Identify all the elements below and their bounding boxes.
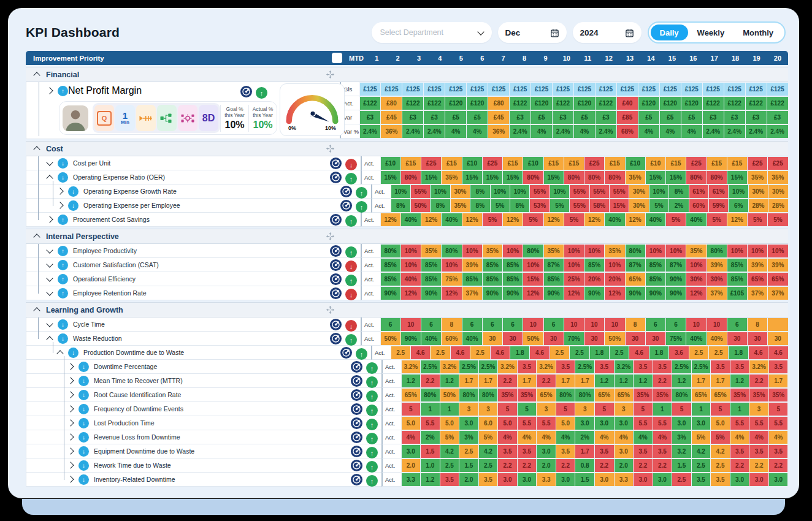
tree-diagram-icon[interactable]	[157, 105, 177, 131]
tab-weekly[interactable]: Weekly	[688, 25, 734, 40]
kpi-row-left[interactable]: ↓Equipment Downtime due to Waste↑	[26, 444, 381, 458]
target-icon[interactable]	[340, 347, 352, 361]
target-icon[interactable]	[330, 319, 342, 333]
target-icon[interactable]	[330, 273, 342, 287]
chevron-right-icon[interactable]	[56, 188, 63, 194]
department-select[interactable]: Select Department	[372, 22, 492, 43]
kpi-row-left[interactable]: ↓Rework Time due to Waste↑	[26, 458, 381, 473]
chevron-right-icon[interactable]	[67, 419, 74, 426]
chevron-right-icon[interactable]	[67, 363, 74, 370]
kpi-cell: 35%	[605, 245, 624, 257]
target-icon[interactable]	[240, 86, 252, 100]
kpi-row-left[interactable]: ↓Lost Production Time↑	[26, 416, 381, 430]
column-header-10: 10	[556, 55, 577, 62]
kpi-row-left[interactable]: ↓Frequency of Downtime Events↑	[26, 402, 381, 416]
chevron-up-icon[interactable]	[33, 234, 40, 240]
kpi-row-left[interactable]: ↑Procurement Cost Savings↑	[26, 213, 361, 227]
chevron-down-icon[interactable]	[46, 246, 53, 253]
kpi-row-left[interactable]: ↓Downtime Percentage↑	[26, 360, 381, 374]
chevron-right-icon[interactable]	[67, 391, 74, 398]
kpi-cell: 12%	[523, 287, 543, 300]
chevron-right-icon[interactable]	[67, 462, 74, 468]
kpi-row-left[interactable]: ↓Inventory-Related Downtime↑	[26, 473, 381, 487]
kpi-row-left[interactable]: ↓Cost per Unit↓	[26, 156, 361, 170]
target-icon[interactable]	[330, 287, 342, 302]
view-toggle: Daily Weekly Monthly	[648, 21, 786, 44]
one-minute-icon[interactable]: 1Min	[115, 105, 135, 131]
kpi-row-left[interactable]: ↓Root Cause Identification Rate↑	[26, 388, 381, 402]
section-header-financial[interactable]: Financial	[26, 67, 788, 82]
chevron-up-icon[interactable]	[33, 307, 40, 314]
chevron-down-icon[interactable]	[46, 320, 53, 327]
kpi-row-left[interactable]: ↑Customer Satisfaction (CSAT)↓	[26, 258, 361, 272]
target-icon[interactable]	[340, 186, 352, 200]
chevron-up-icon[interactable]	[33, 146, 40, 153]
fishbone-diagram-icon[interactable]	[136, 105, 156, 131]
target-icon[interactable]	[351, 361, 362, 375]
target-icon[interactable]	[330, 259, 342, 273]
move-icon[interactable]	[326, 70, 335, 79]
kpi-row-left[interactable]: ↓Production Downtime due to Waste↑	[26, 346, 371, 360]
section-header-cost[interactable]: Cost	[26, 141, 788, 156]
target-icon[interactable]	[351, 375, 362, 389]
chevron-up-icon[interactable]	[46, 336, 53, 343]
trend-down-icon: ↓	[68, 348, 79, 358]
chevron-down-icon[interactable]	[46, 260, 53, 267]
kpi-row-left[interactable]: ↓Operating Expense Growth Rate↑	[26, 184, 371, 199]
chevron-right-icon[interactable]	[56, 202, 63, 208]
move-icon[interactable]	[326, 232, 335, 241]
chevron-up-icon[interactable]	[46, 175, 53, 181]
chevron-down-icon[interactable]	[46, 289, 53, 295]
kpi-row-left[interactable]: ↓Cycle Time↓	[26, 318, 361, 332]
target-icon[interactable]	[351, 403, 362, 417]
move-icon[interactable]	[332, 53, 342, 63]
trend-down-icon: ↓	[58, 172, 68, 183]
kpi-cell: £25	[421, 157, 441, 170]
kpi-row-left[interactable]: ↓Operating Expense per Employee↑	[26, 199, 371, 213]
chevron-up-icon[interactable]	[33, 72, 40, 78]
chevron-right-icon[interactable]	[46, 87, 53, 94]
kpi-row-left[interactable]: ↓Mean Time to Recover (MTTR)↑	[26, 374, 381, 388]
move-icon[interactable]	[326, 144, 335, 153]
chevron-right-icon[interactable]	[46, 216, 53, 222]
kpi-row-left[interactable]: ↑Employee Productivity↑	[26, 244, 361, 258]
quality-audit-icon[interactable]: Q	[94, 105, 114, 131]
target-icon[interactable]	[351, 446, 362, 460]
year-picker[interactable]: 2024	[573, 22, 642, 43]
kpi-cell: 65%	[711, 389, 730, 401]
target-icon[interactable]	[330, 245, 342, 259]
chevron-right-icon[interactable]	[67, 476, 74, 482]
section-header-learning-and-growth[interactable]: Learning and Growth	[26, 302, 788, 318]
target-icon[interactable]	[351, 389, 362, 403]
process-gear-icon[interactable]	[178, 105, 197, 131]
chevron-right-icon[interactable]	[67, 377, 74, 384]
kpi-row-left[interactable]: ↑Employee Retention Rate↓	[26, 286, 361, 300]
eight-d-icon[interactable]: 8D	[199, 105, 218, 131]
chevron-down-icon[interactable]	[46, 275, 53, 281]
kpi-row-left[interactable]: ↓Operating Expense Ratio (OER)↑	[26, 170, 361, 184]
chevron-right-icon[interactable]	[67, 447, 74, 454]
target-icon[interactable]	[351, 417, 362, 432]
target-icon[interactable]	[330, 172, 342, 186]
assignee-avatar[interactable]	[63, 105, 88, 131]
kpi-row-left[interactable]: ↓Revenue Loss from Downtime↑	[26, 430, 381, 444]
target-icon[interactable]	[351, 460, 362, 474]
tab-monthly[interactable]: Monthly	[733, 25, 783, 40]
kpi-row-left[interactable]: ↓Waste Reduction↑	[26, 332, 361, 346]
target-icon[interactable]	[330, 214, 342, 228]
chevron-right-icon[interactable]	[67, 433, 74, 440]
move-icon[interactable]	[326, 305, 335, 314]
kpi-row-left[interactable]: ↑Operational Efficiency↑	[26, 272, 361, 286]
chevron-down-icon[interactable]	[46, 159, 53, 165]
target-icon[interactable]	[351, 474, 362, 488]
section-header-internal-perspective[interactable]: Internal Perspective	[26, 229, 788, 244]
target-icon[interactable]	[351, 432, 362, 446]
target-icon[interactable]	[330, 333, 342, 347]
target-icon[interactable]	[340, 200, 352, 214]
kpi-cell: 30	[646, 332, 665, 345]
month-picker[interactable]: Dec	[498, 22, 567, 43]
tab-daily[interactable]: Daily	[651, 25, 688, 40]
chevron-right-icon[interactable]	[67, 405, 74, 412]
target-icon[interactable]	[330, 158, 342, 172]
chevron-up-icon[interactable]	[56, 350, 63, 357]
